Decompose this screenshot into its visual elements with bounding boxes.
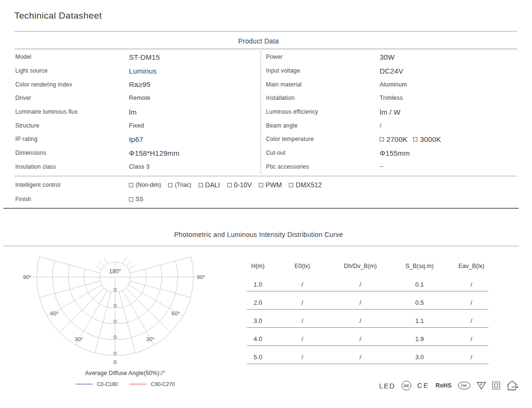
product-data-heading: Product Data	[0, 37, 517, 45]
polar-grid-line	[40, 257, 101, 273]
spec-value: lm	[129, 108, 137, 116]
checkbox-option: (Triac)	[168, 182, 191, 188]
option-label: (Triac)	[175, 182, 191, 188]
polar-legend: C0-C180C90-C270	[20, 381, 230, 387]
spec-label: Power	[266, 54, 380, 60]
spec-label: Input voltage	[266, 67, 380, 74]
polar-grid-line	[99, 261, 104, 266]
spec-label: Intelligent control	[15, 182, 129, 188]
row-underline	[247, 327, 489, 328]
polar-radial-tick: 0	[114, 287, 117, 293]
checkbox-icon	[289, 183, 293, 187]
column-header: S_B(sq.m)	[391, 263, 448, 269]
table-row: 2.0//0.5/	[241, 295, 494, 310]
option-label: (Non-dim)	[136, 182, 161, 188]
option-label: DALI	[205, 181, 220, 189]
spec-label: Ptic accessories	[266, 163, 380, 170]
spec-value: 30W	[380, 53, 394, 61]
polar-axis-caption: Average Diffuse Angle(50%):/°	[20, 370, 230, 376]
rohs-mark-icon: RoHS	[436, 382, 451, 389]
table-header-row: H(m)E0(lx)Dh/Dv_B(m)S_B(sq.m)Eav_B(lx)	[241, 259, 494, 273]
checkbox-icon	[199, 183, 203, 187]
table-cell: /	[448, 299, 494, 306]
checkbox-icon	[129, 183, 133, 187]
table-cell: 1.9	[391, 335, 448, 343]
control-section-divider	[14, 176, 517, 176]
title-divider	[14, 31, 517, 32]
checkbox-option: DMX512	[289, 181, 321, 189]
table-row: 3.0//1.1/	[241, 313, 494, 328]
polar-grid-line	[95, 266, 102, 269]
table-cell: /	[330, 281, 391, 288]
spec-row: Color temperature2700K3000K	[266, 132, 517, 146]
table-row: 1.0//0.1/	[241, 277, 494, 291]
polar-grid-line	[128, 266, 135, 269]
polar-radial-tick: 0	[114, 351, 117, 356]
table-cell: /	[275, 335, 330, 343]
checkbox-icon	[168, 183, 172, 187]
table-cell: 1.1	[391, 317, 448, 324]
polar-distribution-chart: 180°90°90°60°60°30°30°000000	[14, 253, 215, 365]
polar-radial-tick: 0	[114, 319, 117, 324]
spec-label: Color rendering index	[15, 81, 129, 88]
polar-angle-label: 30°	[74, 336, 83, 342]
control-row: Intelligent control(Non-dim)(Triac)DALI0…	[15, 178, 517, 192]
checkbox-option: PWM	[259, 181, 282, 189]
spec-column-right: Power30WInput voltageDC24VMain materialA…	[266, 50, 517, 173]
spec-value: ST-DM15	[129, 53, 160, 61]
spec-row: Light sourceLuminus	[15, 64, 254, 78]
polar-angle-label: 90°	[23, 274, 31, 280]
table-cell: 4.0	[241, 335, 275, 343]
spec-label: Insulation class	[15, 163, 129, 170]
recessed-house-icon	[506, 380, 519, 391]
polar-grid-line	[123, 257, 127, 264]
spec-row: Luminous efficiencylm / W	[266, 105, 517, 119]
polar-grid-line	[104, 257, 107, 264]
row-underline	[247, 364, 489, 364]
photometric-table: H(m)E0(lx)Dh/Dv_B(m)S_B(sq.m)Eav_B(lx)1.…	[241, 259, 494, 364]
spec-row: DriverRemote	[15, 91, 254, 105]
double-insulation-inner	[494, 384, 498, 387]
spec-label: IP rating	[15, 136, 129, 142]
table-cell: /	[448, 317, 494, 324]
polar-radial-tick: 0	[114, 359, 117, 365]
page-title: Techinical Datasheet	[14, 11, 102, 21]
spec-label: Finish	[15, 196, 129, 203]
ccc-mark-icon: CCC	[402, 381, 411, 390]
spec-row: IP ratingIp67	[15, 132, 254, 146]
table-cell: /	[330, 299, 391, 306]
polar-radial-tick: 0	[114, 303, 117, 309]
spec-row: Input voltageDC24V	[266, 64, 517, 78]
table-cell: /	[275, 281, 330, 288]
polar-grid-line	[40, 281, 101, 297]
polar-angle-label: 60°	[50, 311, 58, 316]
spec-row: InstallationTrimless	[266, 91, 517, 105]
table-cell: /	[275, 317, 330, 324]
spec-label: Model	[15, 54, 129, 60]
table-cell: 1.0	[241, 281, 275, 288]
spec-value: Ra≥95	[129, 80, 150, 88]
spec-value: Ip67	[129, 135, 143, 143]
table-cell: /	[330, 354, 391, 361]
column-header: Dh/Dv_B(m)	[330, 263, 391, 269]
table-cell: 3.0	[241, 317, 275, 324]
table-cell: 5.0	[241, 354, 275, 361]
certification-icons: LEDCCCCERoHSCQCF	[379, 378, 519, 393]
spec-row: Main materialAluminum	[266, 77, 517, 91]
legend-item: C0-C180	[75, 381, 118, 387]
polar-grid-line	[95, 292, 111, 353]
spec-row: Ptic accessories−	[266, 160, 517, 173]
checkbox-icon	[380, 137, 384, 141]
table-cell: /	[275, 354, 330, 361]
spec-value: DC24V	[380, 67, 403, 75]
table-cell: /	[330, 317, 391, 324]
checkbox-option: (Non-dim)	[129, 182, 161, 188]
table-cell: 2.0	[241, 299, 275, 306]
cqc-mark-icon: CQC	[458, 382, 470, 389]
spec-label: Beam angle	[266, 122, 380, 129]
spec-value: Fixed	[129, 122, 144, 129]
legend-item: C90-C270	[129, 381, 175, 387]
checkbox-option: SS	[129, 196, 143, 203]
column-header: Eav_B(lx)	[448, 263, 494, 269]
polar-grid-line	[126, 261, 131, 266]
